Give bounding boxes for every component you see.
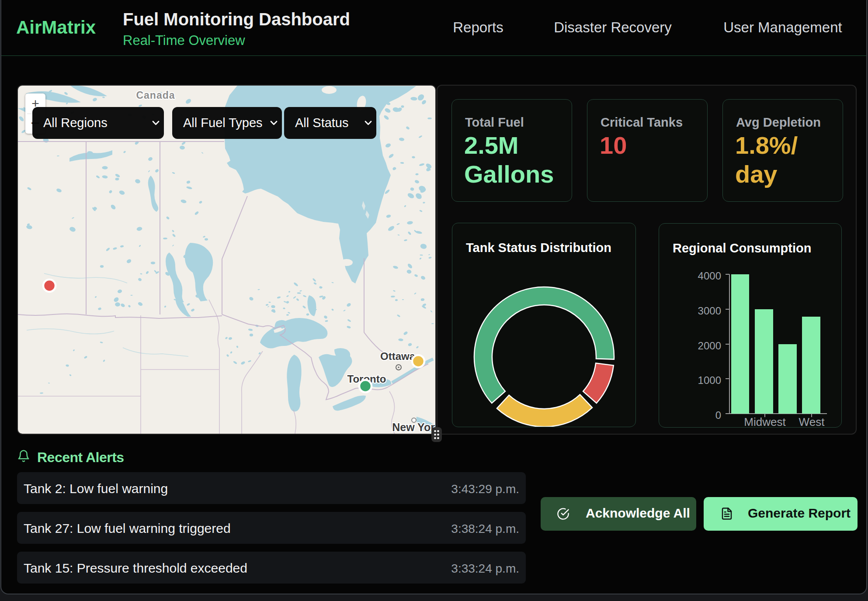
svg-text:Midwest: Midwest: [744, 415, 786, 428]
svg-text:4000: 4000: [698, 270, 721, 282]
svg-text:Canada: Canada: [136, 90, 175, 101]
svg-text:New York: New York: [392, 421, 435, 433]
svg-text:West: West: [799, 415, 825, 428]
svg-text:1000: 1000: [698, 374, 721, 386]
svg-text:Ottawa: Ottawa: [380, 350, 416, 362]
svg-text:2000: 2000: [698, 340, 721, 352]
svg-text:3000: 3000: [698, 305, 721, 317]
svg-text:0: 0: [715, 409, 721, 421]
